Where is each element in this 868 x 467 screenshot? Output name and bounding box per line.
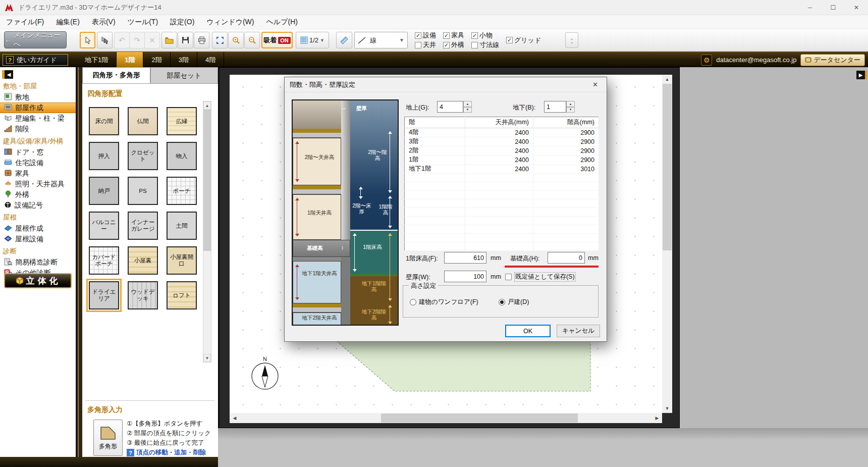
room-button-カバードポーチ[interactable]: カバードポーチ	[89, 246, 119, 275]
main-menu-button[interactable]: ←メインメニューへ	[4, 31, 67, 48]
display-checkbox-寸法線[interactable]: 寸法線	[471, 40, 499, 49]
table-row[interactable]: 2階24002900	[405, 146, 599, 155]
palette-scrollbar[interactable]: ▲ ▼	[203, 101, 211, 362]
scrollbar-thumb[interactable]	[203, 110, 211, 251]
room-button-土間[interactable]: 土間	[167, 212, 197, 240]
measure-tool-button[interactable]	[336, 32, 352, 48]
display-checkbox-天井[interactable]: 天井	[415, 40, 436, 49]
room-button-床の間[interactable]: 床の間	[89, 107, 119, 135]
sidebar-item-設備記号[interactable]: 設備記号	[0, 200, 76, 211]
menu-item-ウィンドウ(W)[interactable]: ウィンドウ(W)	[200, 18, 260, 27]
room-button-クロゼット[interactable]: クロゼット	[128, 142, 158, 170]
ok-button[interactable]: OK	[505, 325, 551, 337]
scroll-left-icon[interactable]: ◀	[230, 413, 240, 423]
room-button-バルコニー[interactable]: バルコニー	[89, 212, 119, 240]
dialog-close-icon[interactable]: ✕	[584, 77, 607, 92]
room-button-物入[interactable]: 物入	[167, 142, 197, 170]
floor-tab-地下1階[interactable]: 地下1階	[77, 52, 117, 68]
select-tool-button[interactable]	[80, 32, 95, 48]
scrollbar-thumb[interactable]	[663, 84, 672, 250]
menu-item-ツール(T)[interactable]: ツール(T)	[122, 18, 165, 27]
room-button-小屋裏[interactable]: 小屋裏	[128, 246, 158, 275]
basement-floors-input[interactable]	[544, 101, 566, 113]
display-checkbox-家具[interactable]: ✓家具	[443, 31, 464, 40]
print-button[interactable]	[194, 32, 209, 48]
sidebar-item-壁編集・柱・梁[interactable]: 壁編集・柱・梁	[0, 113, 76, 124]
room-button-広縁[interactable]: 広縁	[167, 107, 197, 135]
palette-tab-四角形・多角形[interactable]: 四角形・多角形	[82, 67, 150, 83]
close-icon[interactable]: ✕	[845, 0, 868, 15]
sidebar-collapse-button[interactable]: ◀	[2, 70, 13, 79]
multi-select-tool-button[interactable]	[97, 32, 113, 48]
wall-thickness-input[interactable]	[444, 271, 486, 282]
table-row[interactable]: 3階24002900	[405, 137, 599, 146]
radio-戸建(D)[interactable]: 戸建(D)	[499, 298, 529, 306]
gear-icon[interactable]: ⚙	[701, 55, 712, 66]
sidebar-item-部屋作成[interactable]: 部屋作成	[0, 102, 76, 113]
sidebar-item-照明・天井器具[interactable]: 照明・天井器具	[0, 179, 76, 189]
save-button[interactable]	[178, 32, 193, 48]
snap-toggle-button[interactable]: 吸着ON	[261, 32, 293, 48]
save-as-default-checkbox[interactable]: 既定値として保存(S)	[505, 272, 576, 282]
sidebar-item-外構[interactable]: 外構	[0, 189, 76, 200]
scroll-down-icon[interactable]: ▼	[203, 354, 211, 362]
sidebar-item-階段[interactable]: 階段	[0, 124, 76, 134]
display-checkbox-設備[interactable]: ✓設備	[415, 31, 436, 40]
menu-item-設定(O)[interactable]: 設定(O)	[164, 18, 200, 27]
ground-floors-spinner[interactable]: ▲▼	[463, 101, 472, 113]
sidebar-item-屋根設備[interactable]: 屋根設備	[0, 234, 76, 244]
floor-tab-3階[interactable]: 3階	[171, 52, 197, 68]
sidebar-item-敷地[interactable]: 敷地	[0, 92, 76, 102]
dialog-title-bar[interactable]: 階数・階高・壁厚設定 ✕	[285, 77, 607, 92]
grid-scale-dropdown[interactable]: 1/2▼	[296, 32, 329, 48]
floor-tab-1階[interactable]: 1階	[117, 52, 143, 68]
usage-guide-button[interactable]: ?使い方ガイド	[3, 54, 68, 66]
cancel-button[interactable]: キャンセル	[557, 325, 600, 337]
display-checkbox-外構[interactable]: ✓外構	[443, 40, 464, 49]
menu-item-表示(V)[interactable]: 表示(V)	[86, 18, 122, 27]
table-row[interactable]: 地下1階24003010	[405, 165, 599, 174]
palette-tab-部屋セット[interactable]: 部屋セット	[150, 67, 219, 83]
sidebar-item-家具[interactable]: 家具	[0, 168, 76, 179]
sidebar-item-ドア・窓[interactable]: ドア・窓	[0, 147, 76, 158]
room-button-ロフト[interactable]: ロフト	[167, 281, 197, 309]
room-button-小屋裏開口[interactable]: 小屋裏開口	[167, 246, 197, 275]
display-checkbox-小物[interactable]: ✓小物	[471, 31, 499, 40]
canvas-horizontal-scrollbar[interactable]: ◀ ▶	[230, 413, 662, 423]
floor-height-table[interactable]: 階天井高(mm)階高(mm)4階240029003階240029002階2400…	[404, 117, 599, 251]
room-button-PS[interactable]: PS	[128, 177, 158, 205]
zoom-out-button[interactable]	[244, 32, 260, 48]
ground-floors-input[interactable]	[437, 101, 463, 113]
minimize-icon[interactable]: ─	[798, 0, 822, 15]
room-button-仏間[interactable]: 仏間	[128, 107, 158, 135]
room-button-ドライエリア[interactable]: ドライエリア	[89, 281, 119, 309]
room-button-押入[interactable]: 押入	[89, 142, 119, 170]
scroll-up-icon[interactable]: ▲	[662, 75, 672, 84]
datacenter-button[interactable]: データセンター	[800, 54, 865, 66]
menu-item-編集(E)[interactable]: 編集(E)	[50, 18, 86, 27]
radio-建物のワンフロア(F)[interactable]: 建物のワンフロア(F)	[410, 298, 478, 306]
sidebar-item-住宅設備[interactable]: 住宅設備	[0, 158, 76, 168]
scroll-right-icon[interactable]: ▶	[652, 413, 662, 423]
display-checkbox-グリッド[interactable]: ✓グリッド	[506, 36, 541, 45]
scroll-down-icon[interactable]: ▼	[662, 404, 672, 413]
room-button-納戸[interactable]: 納戸	[89, 177, 119, 205]
canvas-vertical-scrollbar[interactable]: ▲ ▼	[662, 75, 672, 413]
room-button-インナーガレージ[interactable]: インナーガレージ	[128, 212, 158, 240]
sidebar-item-簡易構造診断[interactable]: 簡易構造診断	[0, 257, 76, 268]
scroll-up-icon[interactable]: ▲	[203, 101, 211, 110]
basement-floors-spinner[interactable]: ▲▼	[566, 101, 575, 113]
floor-tab-2階[interactable]: 2階	[143, 52, 170, 68]
make-3d-button[interactable]: 立体化	[4, 273, 72, 288]
table-row[interactable]: 4階24002900	[405, 128, 599, 137]
foundation-height-input[interactable]	[548, 252, 585, 264]
open-file-button[interactable]	[161, 32, 177, 48]
f1-floor-height-input[interactable]	[444, 252, 486, 264]
right-panel-expand-button[interactable]: ▶	[856, 71, 867, 79]
scrollbar-thumb[interactable]	[381, 413, 578, 423]
menu-item-ヘルプ(H)[interactable]: ヘルプ(H)	[260, 18, 304, 27]
menu-item-ファイル(F)[interactable]: ファイル(F)	[0, 18, 50, 27]
polygon-button[interactable]: 多角形	[93, 420, 123, 456]
maximize-icon[interactable]: ☐	[822, 0, 845, 15]
zoom-fit-button[interactable]	[212, 32, 228, 48]
